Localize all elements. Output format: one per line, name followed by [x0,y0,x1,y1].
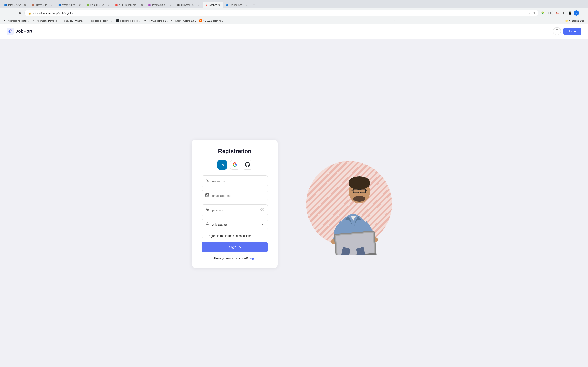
download-button[interactable]: ⬇ [561,10,566,16]
header-actions: login [553,27,581,35]
tab-favicon-upload: 🔵 [226,4,229,7]
email-icon [205,193,210,198]
bookmark-dcommerce[interactable]: G d-commerce/src/c... [114,19,142,23]
bookmark-favicon-kadet: K [171,19,174,22]
devices-button[interactable]: 📱 [567,10,573,16]
role-select[interactable]: Job-Seeker [202,219,268,230]
role-value: Job-Seeker [212,223,258,226]
bookmark-button[interactable]: 🔖 [554,10,560,16]
tab-graphql[interactable]: 🔵 What is Gra... ✕ [56,2,83,8]
lock-field-icon [205,207,210,213]
tab-close-graphql[interactable]: ✕ [79,3,81,7]
forward-button[interactable]: → [10,10,16,16]
tab-close-upload[interactable]: ✕ [245,3,248,7]
tab-close-prisma[interactable]: ✕ [169,3,172,7]
bookmark-kadet[interactable]: K Kadet - Collins En... [170,19,198,23]
registration-card: Registration in [192,140,278,268]
header-login-button[interactable]: login [563,27,581,35]
bookmark-favicon-portfolio: A [33,19,36,22]
screen-share-icon[interactable]: ⊡ [532,11,535,15]
email-field[interactable] [202,190,268,201]
bookmarks-bar: A Ademola Adegbuyi... A Ademola's Portfo… [0,18,588,24]
tab-api[interactable]: 🔴 API Credentials -... ✕ [112,2,145,8]
tab-close-fetch[interactable]: ✕ [24,3,26,7]
reload-button[interactable]: ↻ [17,10,23,16]
tab-oluwaseun[interactable]: ⚫ Oluwaseun-... ✕ [174,2,202,8]
registration-title: Registration [202,148,268,155]
tab-close-sam[interactable]: ✕ [107,3,110,7]
main-content: Registration in [0,39,588,367]
tab-favicon-fetch: 🔵 [4,4,7,7]
tab-close-api[interactable]: ✕ [141,3,143,7]
svg-rect-0 [7,27,14,35]
github-icon [245,162,250,168]
address-bar-icons: ☆ ⊡ [528,11,535,15]
content-wrapper: Registration in [192,140,396,268]
bookmark-favicon-howwe: H [144,19,147,22]
username-field[interactable] [202,175,268,187]
password-field[interactable] [202,204,268,216]
social-icons-row: in [202,160,268,170]
star-icon[interactable]: ☆ [528,11,531,15]
back-button[interactable]: ← [2,10,8,16]
menu-button[interactable]: ⋮ [580,10,586,16]
tab-jobber[interactable]: 🔺 Jobber ✕ [203,2,223,8]
email-input[interactable] [212,194,264,197]
login-link[interactable]: login [250,257,256,260]
bookmark-react[interactable]: R Reusable React H... [86,19,114,23]
linkedin-button[interactable]: in [217,160,227,170]
lock-icon: 🔒 [28,12,31,15]
logo: JobPort [7,27,33,35]
bookmark-ademola[interactable]: A Ademola Adegbuyi... [2,19,31,23]
notifications-button[interactable] [553,27,561,35]
tab-close-travel[interactable]: ✕ [51,3,53,7]
svg-point-22 [353,196,365,202]
tab-favicon-prisma: 🟣 [148,4,151,7]
browser-actions: 🧩 1.98 🔖 ⬇ 📱 S ⋮ [540,10,586,16]
bookmark-portfolio[interactable]: A Ademola's Portfolio [31,19,59,23]
google-icon [233,162,237,168]
tab-travel[interactable]: 🟤 Travel - To... ✕ [29,2,55,8]
tab-sam[interactable]: 🟢 Sam O. - So... ✕ [84,2,112,8]
terms-label: I agree to the terms and conditions [208,234,251,238]
already-account-text: Already have an account? login [202,257,268,260]
illustration-side [278,153,396,255]
browser-chrome: 🔵 fetch - Next... ✕ 🟤 Travel - To... ✕ 🔵… [0,0,588,24]
signup-button[interactable]: Signup [202,242,268,252]
password-toggle-icon[interactable] [260,208,264,213]
bookmarks-more-button[interactable]: » [393,19,397,23]
github-button[interactable] [243,160,252,170]
tab-bar: 🔵 fetch - Next... ✕ 🟤 Travel - To... ✕ 🔵… [0,0,588,8]
bookmark-dailydev[interactable]: D daily.dev | Where... [59,19,86,23]
tab-favicon-travel: 🟤 [32,4,35,7]
username-input[interactable] [212,179,264,183]
svg-point-9 [207,210,208,211]
linkedin-icon: in [221,163,224,167]
password-input[interactable] [212,208,258,212]
address-bar[interactable]: 🔒 jobber-ten.vercel.app/auth/register ☆ … [25,10,538,16]
terms-row: I agree to the terms and conditions [202,234,268,238]
tab-prisma[interactable]: 🟣 Prisma Studi... ✕ [146,2,174,8]
tab-close-jobber[interactable]: ✕ [218,3,221,7]
tab-favicon-api: 🔴 [115,4,118,7]
tab-upload[interactable]: 🔵 Upload Ass... ✕ [223,2,251,8]
app-header: JobPort login [0,24,588,39]
tab-menu-button[interactable]: ⌄ [581,3,586,8]
bell-icon [555,29,559,33]
google-button[interactable] [230,160,240,170]
tab-close-oluwaseun[interactable]: ✕ [198,3,200,7]
tab-fetch[interactable]: 🔵 fetch - Next... ✕ [2,2,29,8]
bookmark-favicon-react: R [88,19,91,22]
new-tab-button[interactable]: + [251,2,257,8]
bookmark-yc[interactable]: Y YC W22 batch net... [198,19,226,23]
bookmark-favicon-dcommerce: G [116,19,119,22]
extensions-button[interactable]: 🧩 [540,10,546,16]
ext-badge: 1.98 [546,11,553,15]
all-bookmarks-button[interactable]: 📁 All Bookmarks [563,19,586,23]
bookmark-favicon-ademola: A [4,19,7,22]
bookmark-howwe[interactable]: H How we gained a... [142,19,169,23]
person-svg [319,165,388,255]
profile-avatar[interactable]: S [574,10,579,16]
tab-favicon-jobber: 🔺 [205,4,208,7]
terms-checkbox[interactable] [202,234,205,238]
